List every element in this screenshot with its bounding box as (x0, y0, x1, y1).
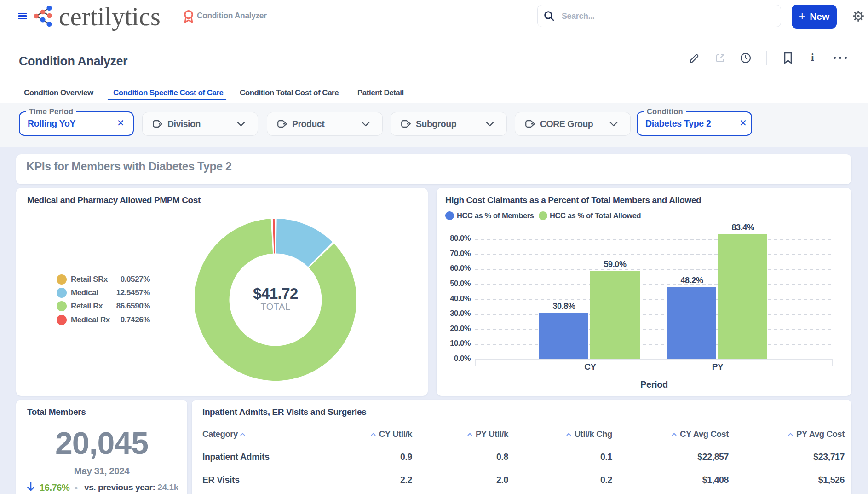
svg-text:certilytics: certilytics (59, 4, 161, 31)
